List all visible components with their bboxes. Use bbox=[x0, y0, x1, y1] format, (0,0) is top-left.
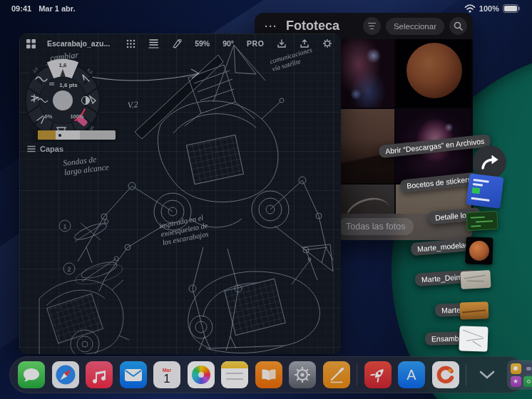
filter-button[interactable] bbox=[363, 17, 381, 35]
drag-thumb-marte[interactable] bbox=[460, 301, 489, 319]
layers-row[interactable]: Capas bbox=[27, 145, 63, 153]
rocket-icon bbox=[369, 366, 387, 384]
fototeca-title: Fototeca bbox=[286, 19, 358, 33]
calendar-day: 1 bbox=[163, 373, 170, 385]
probe-sketches bbox=[59, 219, 125, 288]
wifi-icon bbox=[464, 4, 476, 13]
import-icon[interactable] bbox=[277, 38, 287, 48]
tab-todas-las-fotos[interactable]: Todas las fotos bbox=[337, 218, 414, 235]
drag-thumb-ensamble[interactable] bbox=[459, 326, 488, 351]
date: Mar 1 abr. bbox=[39, 4, 75, 13]
grid-dots-icon[interactable] bbox=[126, 39, 135, 48]
app-rocket[interactable] bbox=[364, 361, 392, 388]
chat-bubble-icon bbox=[22, 366, 41, 383]
app-photos[interactable] bbox=[188, 361, 215, 388]
beetle-robot-main bbox=[78, 45, 333, 351]
active-tool-size: 1,6 bbox=[58, 62, 67, 68]
stroke-size-label: 1,6 pts bbox=[59, 82, 78, 88]
swatch-gold[interactable] bbox=[38, 130, 56, 140]
status-bar: 09:41 Mar 1 abr. 100% bbox=[0, 0, 532, 17]
drag-thumb-marte-modelado[interactable] bbox=[465, 237, 493, 264]
concepts-window[interactable]: 1 2 cambiar a color comunicaciones vía s… bbox=[19, 33, 341, 354]
compass-icon bbox=[55, 364, 76, 385]
export-icon[interactable] bbox=[300, 38, 310, 48]
pen-icon bbox=[327, 366, 346, 384]
notes-header-strip bbox=[221, 361, 248, 368]
document-title[interactable]: Escarabajo_azu... bbox=[47, 39, 110, 48]
mini-star-icon: ★ bbox=[511, 376, 521, 387]
app-safari[interactable] bbox=[52, 361, 79, 388]
app-calendar[interactable]: Mar 1 bbox=[153, 361, 180, 388]
photo-mars[interactable] bbox=[396, 33, 471, 108]
c-swirl-icon bbox=[436, 366, 455, 384]
app-menu-icon[interactable] bbox=[26, 39, 36, 48]
open-book-icon bbox=[260, 368, 277, 382]
svg-text:1,0: 1,0 bbox=[32, 66, 39, 73]
app-c-swirl[interactable] bbox=[432, 361, 459, 388]
photos-flower-icon bbox=[192, 366, 210, 384]
pro-badge-button[interactable]: PRO bbox=[247, 39, 264, 48]
drag-thumb-marte-deimos[interactable] bbox=[460, 270, 491, 289]
app-music[interactable] bbox=[86, 361, 113, 388]
opacity-max-label: 100% bbox=[70, 113, 84, 120]
color-palette-bar[interactable] bbox=[34, 130, 116, 140]
rotation-button[interactable]: 90° bbox=[222, 39, 234, 48]
layers-panel-icon[interactable] bbox=[148, 38, 159, 48]
app-app-store[interactable]: A bbox=[398, 361, 425, 388]
probe-marker-2: 2 bbox=[67, 266, 71, 273]
layers-icon bbox=[27, 145, 36, 152]
envelope-icon bbox=[124, 368, 143, 382]
zoom-level-button[interactable]: 59% bbox=[195, 39, 210, 48]
drag-thumb-placa-verde[interactable] bbox=[466, 211, 498, 231]
app-settings[interactable] bbox=[289, 361, 316, 388]
app-notes[interactable] bbox=[221, 361, 248, 388]
mini-camera-icon bbox=[523, 363, 532, 374]
app-mail[interactable] bbox=[120, 361, 147, 388]
battery-percent: 100% bbox=[479, 4, 499, 13]
brush-preview[interactable] bbox=[53, 90, 73, 110]
precision-tool-icon[interactable] bbox=[172, 38, 182, 48]
app-library[interactable]: ★ bbox=[507, 360, 532, 390]
search-button[interactable] bbox=[449, 17, 467, 35]
more-options-icon[interactable]: ··· bbox=[265, 20, 277, 32]
notes-line bbox=[226, 373, 243, 374]
photo-horsehead-nebula[interactable] bbox=[339, 33, 394, 108]
filter-icon bbox=[368, 23, 376, 30]
gear-icon bbox=[293, 366, 312, 384]
rover-robot-corner bbox=[39, 279, 129, 354]
rover-robot-lower bbox=[188, 244, 333, 353]
swatch-gray[interactable] bbox=[80, 130, 116, 140]
app-store-glyph: A bbox=[406, 367, 416, 383]
battery-icon bbox=[503, 4, 521, 13]
app-messages[interactable] bbox=[18, 361, 45, 388]
dock-divider bbox=[357, 364, 357, 385]
search-icon bbox=[454, 21, 463, 31]
mini-tips-icon bbox=[511, 363, 521, 374]
app-concepts[interactable] bbox=[323, 361, 350, 388]
settings-gear-icon[interactable] bbox=[322, 38, 332, 48]
dock: Mar 1 bbox=[9, 356, 527, 393]
chevron-down-icon bbox=[479, 370, 495, 379]
swatch-light-gray[interactable] bbox=[56, 130, 80, 140]
layers-label: Capas bbox=[40, 145, 63, 153]
select-button[interactable]: Seleccionar bbox=[386, 18, 444, 35]
opacity-min-label: 0% bbox=[45, 113, 53, 120]
app-library-grid: ★ bbox=[511, 363, 532, 387]
annotation-version: V.2 bbox=[127, 100, 138, 110]
app-books[interactable] bbox=[255, 361, 282, 388]
dock-collapse-button[interactable] bbox=[474, 361, 501, 388]
selected-color-dot bbox=[58, 134, 61, 137]
dock-divider-2 bbox=[466, 364, 466, 385]
drag-thumb-sticker-azul[interactable] bbox=[466, 173, 503, 209]
ipad-screen: ··· Fototeca Seleccionar Meses Todas las… bbox=[0, 0, 532, 399]
clock: 09:41 bbox=[11, 4, 31, 13]
notes-line-2 bbox=[226, 378, 243, 380]
probe-marker-1: 1 bbox=[63, 223, 66, 230]
mini-clock-icon bbox=[523, 376, 532, 387]
concepts-toolbar: Escarabajo_azu... 59% 90° PRO bbox=[19, 33, 341, 53]
music-note-icon bbox=[91, 366, 108, 383]
